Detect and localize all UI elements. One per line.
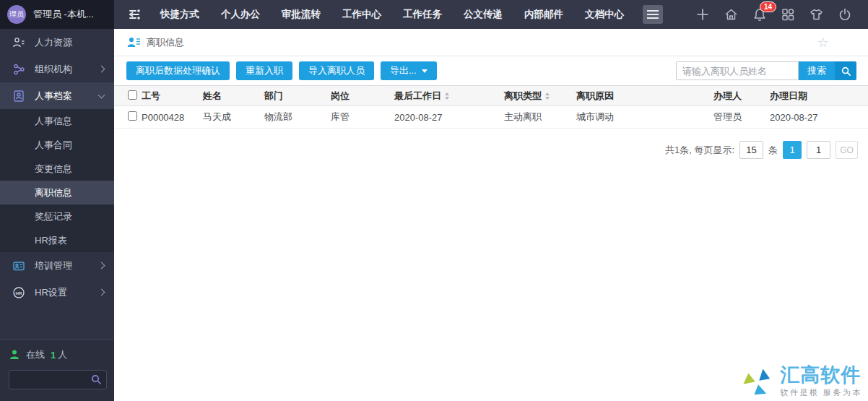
page-person-icon	[127, 36, 141, 48]
sidebar-item-label: 人力资源	[35, 36, 72, 49]
nav-personal-office[interactable]: 个人办公	[221, 8, 260, 21]
chevron-right-icon	[98, 289, 105, 296]
sidebar-item-hr[interactable]: 人力资源	[0, 29, 114, 56]
personnel-file-icon	[12, 90, 25, 103]
home-icon[interactable]	[724, 7, 739, 22]
sidebar-collapse-icon[interactable]	[127, 7, 142, 22]
post-resignation-confirm-button[interactable]: 离职后数据处理确认	[126, 61, 230, 80]
row-checkbox[interactable]	[128, 111, 137, 121]
sidebar: 人力资源 组织机构 人事档案 人	[0, 29, 114, 401]
topbar-actions: 14	[695, 7, 868, 22]
import-resigned-button[interactable]: 导入离职人员	[299, 61, 374, 80]
nav-document-center[interactable]: 文档中心	[585, 8, 624, 21]
main-content: 离职信息 ☆ 离职后数据处理确认 重新入职 导入离职人员 导出... 搜索	[114, 29, 868, 401]
org-nodes-icon	[12, 63, 25, 76]
nav-work-center[interactable]: 工作中心	[342, 8, 381, 21]
cell-last-work-day: 2020-08-27	[394, 106, 504, 129]
sidebar-item-training[interactable]: 培训管理	[0, 252, 114, 279]
sidebar-item-label: HR设置	[35, 286, 67, 299]
app-window: 理员 管理员 -本机... 快捷方式 个人办公 审批流转 工作中心 工作任务 公…	[0, 0, 868, 401]
col-position: 岗位	[331, 86, 394, 106]
rehire-button[interactable]: 重新入职	[236, 61, 292, 80]
top-navigation: 快捷方式 个人办公 审批流转 工作中心 工作任务 公文传递 内部邮件 文档中心	[160, 8, 624, 21]
favorite-star-icon[interactable]: ☆	[817, 36, 829, 49]
col-department: 部门	[264, 86, 331, 106]
select-all-checkbox[interactable]	[128, 90, 137, 100]
notifications-bell-icon[interactable]: 14	[752, 7, 767, 22]
sidebar-item-label: 人事档案	[35, 90, 72, 103]
col-employee-id: 工号	[142, 86, 203, 106]
nav-approval-flow[interactable]: 审批流转	[282, 8, 321, 21]
submenu-change-info[interactable]: 变更信息	[0, 157, 114, 181]
caret-down-icon	[422, 69, 428, 73]
export-label: 导出...	[390, 64, 417, 77]
resigned-name-search-input[interactable]	[676, 61, 799, 80]
nav-work-tasks[interactable]: 工作任务	[403, 8, 442, 21]
avatar[interactable]: 理员	[7, 5, 26, 24]
toolbar: 离职后数据处理确认 重新入职 导入离职人员 导出... 搜索	[114, 56, 868, 85]
more-menu-button[interactable]	[643, 5, 663, 24]
cell-handler: 管理员	[713, 106, 770, 129]
vendor-slogan: 软件是根 服务为本	[780, 387, 862, 398]
cell-resignation-reason: 城市调动	[576, 106, 713, 129]
current-page-button[interactable]: 1	[783, 141, 802, 159]
sidebar-item-personnel-files[interactable]: 人事档案	[0, 82, 114, 109]
search-button[interactable]: 搜索	[799, 61, 835, 80]
sidebar-search-icon[interactable]	[90, 374, 102, 388]
pagination-summary: 共1条, 每页显示:	[665, 144, 734, 157]
submenu-hr-report[interactable]: HR报表	[0, 228, 114, 252]
chevron-right-icon	[98, 66, 105, 73]
col-name: 姓名	[203, 86, 264, 106]
submenu-reward-punishment[interactable]: 奖惩记录	[0, 204, 114, 228]
vendor-name: 汇高软件	[780, 365, 862, 385]
cell-handle-date: 2020-08-27	[770, 106, 868, 129]
search-magnifier-button[interactable]	[835, 61, 856, 80]
vendor-logo-icon	[741, 365, 774, 398]
goto-page-input[interactable]	[807, 141, 830, 159]
chevron-down-icon	[98, 91, 105, 98]
go-button[interactable]: GO	[836, 141, 858, 159]
sort-icon[interactable]	[545, 92, 550, 100]
svg-text:HR: HR	[16, 290, 22, 295]
export-dropdown-button[interactable]: 导出...	[381, 61, 437, 80]
cell-employee-id: P0000428	[142, 106, 203, 129]
resignation-table: 工号 姓名 部门 岗位 最后工作日 离职类型 离职原因 办理人 办理日期 P0	[114, 85, 868, 129]
sidebar-item-label: 培训管理	[35, 259, 72, 272]
add-icon[interactable]	[695, 7, 710, 22]
training-card-icon	[12, 259, 25, 272]
nav-internal-mail[interactable]: 内部邮件	[524, 8, 563, 21]
hr-settings-icon: HR	[12, 286, 25, 299]
nav-shortcuts[interactable]: 快捷方式	[160, 8, 199, 21]
current-user-label: 管理员 -本机...	[33, 8, 94, 21]
notification-count-badge: 14	[760, 1, 776, 12]
online-person-icon	[9, 349, 20, 361]
sidebar-item-hr-settings[interactable]: HR HR设置	[0, 279, 114, 306]
col-resignation-reason: 离职原因	[576, 86, 713, 106]
vendor-watermark: 汇高软件 软件是根 服务为本	[741, 365, 862, 398]
submenu-personnel-contract[interactable]: 人事合同	[0, 133, 114, 157]
col-resignation-type[interactable]: 离职类型	[504, 86, 576, 106]
apps-grid-icon[interactable]	[781, 7, 795, 22]
online-unit: 人	[58, 348, 67, 361]
online-label: 在线	[26, 348, 45, 361]
submenu-personnel-info[interactable]: 人事信息	[0, 109, 114, 133]
online-count: 1	[51, 350, 56, 361]
table-row[interactable]: P0000428 马天成 物流部 库管 2020-08-27 主动离职 城市调动…	[114, 106, 868, 129]
sidebar-item-org[interactable]: 组织机构	[0, 56, 114, 82]
sort-icon[interactable]	[445, 92, 449, 100]
user-brand-area[interactable]: 理员 管理员 -本机...	[0, 0, 114, 29]
sidebar-item-label: 组织机构	[35, 63, 72, 76]
nav-document-transfer[interactable]: 公文传递	[464, 8, 503, 21]
col-handle-date: 办理日期	[770, 86, 868, 106]
page-size-input[interactable]	[739, 141, 763, 159]
sidebar-footer: 在线 1人	[0, 339, 114, 401]
cell-resignation-type: 主动离职	[504, 106, 576, 129]
cell-position: 库管	[331, 106, 394, 129]
theme-shirt-icon[interactable]	[809, 7, 824, 22]
submenu-resignation-info[interactable]: 离职信息	[0, 181, 114, 204]
logout-power-icon[interactable]	[838, 7, 852, 22]
table-header-row: 工号 姓名 部门 岗位 最后工作日 离职类型 离职原因 办理人 办理日期	[114, 86, 868, 106]
cell-department: 物流部	[264, 106, 331, 129]
col-last-work-day[interactable]: 最后工作日	[394, 86, 504, 106]
page-size-unit: 条	[768, 144, 778, 157]
